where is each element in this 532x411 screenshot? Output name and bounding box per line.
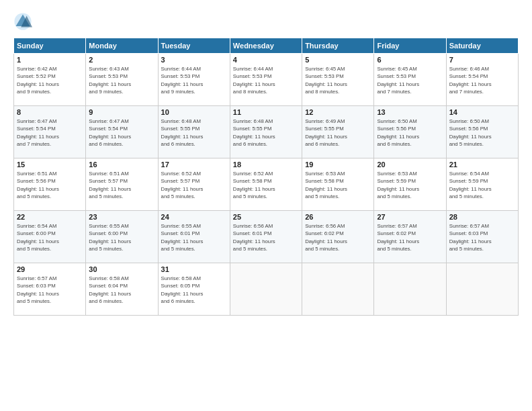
day-info: Sunrise: 6:48 AM Sunset: 5:55 PM Dayligh… (161, 118, 227, 148)
calendar-week-4: 22Sunrise: 6:54 AM Sunset: 6:00 PM Dayli… (14, 211, 519, 263)
day-info: Sunrise: 6:53 AM Sunset: 5:58 PM Dayligh… (305, 170, 371, 200)
calendar-cell (230, 263, 302, 316)
day-info: Sunrise: 6:47 AM Sunset: 5:54 PM Dayligh… (89, 118, 154, 148)
logo (13, 12, 35, 31)
logo-icon (13, 12, 32, 31)
page: SundayMondayTuesdayWednesdayThursdayFrid… (0, 0, 532, 411)
calendar-cell: 25Sunrise: 6:56 AM Sunset: 6:01 PM Dayli… (230, 211, 302, 263)
day-number: 5 (305, 56, 371, 64)
calendar-cell: 28Sunrise: 6:57 AM Sunset: 6:03 PM Dayli… (446, 211, 518, 263)
day-number: 6 (377, 56, 443, 64)
day-info: Sunrise: 6:52 AM Sunset: 5:57 PM Dayligh… (161, 170, 227, 200)
calendar-header-monday: Monday (86, 38, 158, 54)
calendar-cell: 31Sunrise: 6:58 AM Sunset: 6:05 PM Dayli… (158, 263, 230, 316)
header (13, 12, 519, 31)
day-number: 8 (17, 108, 83, 116)
calendar-cell (374, 263, 446, 316)
calendar-cell: 18Sunrise: 6:52 AM Sunset: 5:58 PM Dayli… (230, 158, 302, 211)
day-info: Sunrise: 6:57 AM Sunset: 6:02 PM Dayligh… (377, 222, 443, 253)
day-number: 10 (161, 108, 227, 116)
day-number: 15 (17, 161, 83, 169)
calendar-cell: 23Sunrise: 6:55 AM Sunset: 6:00 PM Dayli… (86, 211, 158, 263)
calendar-cell: 8Sunrise: 6:47 AM Sunset: 5:54 PM Daylig… (14, 106, 86, 158)
day-number: 19 (305, 161, 371, 169)
calendar-cell: 3Sunrise: 6:44 AM Sunset: 5:53 PM Daylig… (158, 54, 230, 106)
day-number: 18 (233, 161, 299, 169)
day-info: Sunrise: 6:51 AM Sunset: 5:57 PM Dayligh… (89, 170, 154, 200)
day-number: 20 (377, 161, 443, 169)
calendar-table: SundayMondayTuesdayWednesdayThursdayFrid… (13, 38, 519, 316)
day-number: 30 (89, 265, 154, 273)
calendar-cell: 5Sunrise: 6:45 AM Sunset: 5:53 PM Daylig… (302, 54, 374, 106)
calendar-cell: 10Sunrise: 6:48 AM Sunset: 5:55 PM Dayli… (158, 106, 230, 158)
day-info: Sunrise: 6:54 AM Sunset: 6:00 PM Dayligh… (17, 222, 83, 253)
calendar-cell: 1Sunrise: 6:42 AM Sunset: 5:52 PM Daylig… (14, 54, 86, 106)
day-number: 21 (449, 161, 515, 169)
day-info: Sunrise: 6:57 AM Sunset: 6:03 PM Dayligh… (449, 222, 515, 253)
day-number: 2 (89, 56, 154, 64)
calendar-cell: 24Sunrise: 6:55 AM Sunset: 6:01 PM Dayli… (158, 211, 230, 263)
day-number: 4 (233, 56, 299, 64)
day-number: 11 (233, 108, 299, 116)
day-number: 1 (17, 56, 83, 64)
day-info: Sunrise: 6:55 AM Sunset: 6:00 PM Dayligh… (89, 222, 154, 253)
day-info: Sunrise: 6:53 AM Sunset: 5:59 PM Dayligh… (377, 170, 443, 200)
calendar-cell: 11Sunrise: 6:48 AM Sunset: 5:55 PM Dayli… (230, 106, 302, 158)
calendar-cell (446, 263, 518, 316)
day-number: 27 (377, 213, 443, 221)
day-number: 25 (233, 213, 299, 221)
calendar-header-tuesday: Tuesday (158, 38, 230, 54)
day-info: Sunrise: 6:55 AM Sunset: 6:01 PM Dayligh… (161, 222, 227, 253)
calendar-header-thursday: Thursday (302, 38, 374, 54)
calendar-header-sunday: Sunday (14, 38, 86, 54)
day-info: Sunrise: 6:50 AM Sunset: 5:56 PM Dayligh… (449, 118, 515, 148)
calendar-cell: 30Sunrise: 6:58 AM Sunset: 6:04 PM Dayli… (86, 263, 158, 316)
day-number: 16 (89, 161, 154, 169)
day-number: 13 (377, 108, 443, 116)
calendar-cell: 6Sunrise: 6:45 AM Sunset: 5:53 PM Daylig… (374, 54, 446, 106)
calendar-week-1: 1Sunrise: 6:42 AM Sunset: 5:52 PM Daylig… (14, 54, 519, 106)
day-info: Sunrise: 6:56 AM Sunset: 6:02 PM Dayligh… (305, 222, 371, 253)
day-number: 12 (305, 108, 371, 116)
day-info: Sunrise: 6:44 AM Sunset: 5:53 PM Dayligh… (161, 65, 227, 95)
calendar-cell: 22Sunrise: 6:54 AM Sunset: 6:00 PM Dayli… (14, 211, 86, 263)
calendar-week-5: 29Sunrise: 6:57 AM Sunset: 6:03 PM Dayli… (14, 263, 519, 316)
day-number: 31 (161, 265, 227, 273)
calendar-cell: 17Sunrise: 6:52 AM Sunset: 5:57 PM Dayli… (158, 158, 230, 211)
calendar-cell: 9Sunrise: 6:47 AM Sunset: 5:54 PM Daylig… (86, 106, 158, 158)
calendar-cell: 27Sunrise: 6:57 AM Sunset: 6:02 PM Dayli… (374, 211, 446, 263)
day-info: Sunrise: 6:50 AM Sunset: 5:56 PM Dayligh… (377, 118, 443, 148)
calendar-header-friday: Friday (374, 38, 446, 54)
day-number: 17 (161, 161, 227, 169)
calendar-cell: 7Sunrise: 6:46 AM Sunset: 5:54 PM Daylig… (446, 54, 518, 106)
day-info: Sunrise: 6:58 AM Sunset: 6:05 PM Dayligh… (161, 275, 227, 305)
day-info: Sunrise: 6:48 AM Sunset: 5:55 PM Dayligh… (233, 118, 299, 148)
calendar-cell: 19Sunrise: 6:53 AM Sunset: 5:58 PM Dayli… (302, 158, 374, 211)
day-number: 26 (305, 213, 371, 221)
day-info: Sunrise: 6:43 AM Sunset: 5:53 PM Dayligh… (89, 65, 154, 95)
calendar-header-row: SundayMondayTuesdayWednesdayThursdayFrid… (14, 38, 519, 54)
day-number: 7 (449, 56, 515, 64)
day-number: 28 (449, 213, 515, 221)
day-number: 14 (449, 108, 515, 116)
day-info: Sunrise: 6:56 AM Sunset: 6:01 PM Dayligh… (233, 222, 299, 253)
day-number: 23 (89, 213, 154, 221)
day-info: Sunrise: 6:47 AM Sunset: 5:54 PM Dayligh… (17, 118, 83, 148)
calendar-cell: 20Sunrise: 6:53 AM Sunset: 5:59 PM Dayli… (374, 158, 446, 211)
day-number: 9 (89, 108, 154, 116)
calendar-cell: 16Sunrise: 6:51 AM Sunset: 5:57 PM Dayli… (86, 158, 158, 211)
day-number: 29 (17, 265, 83, 273)
calendar-week-2: 8Sunrise: 6:47 AM Sunset: 5:54 PM Daylig… (14, 106, 519, 158)
day-number: 24 (161, 213, 227, 221)
day-number: 3 (161, 56, 227, 64)
day-info: Sunrise: 6:44 AM Sunset: 5:53 PM Dayligh… (233, 65, 299, 95)
calendar-cell: 21Sunrise: 6:54 AM Sunset: 5:59 PM Dayli… (446, 158, 518, 211)
day-info: Sunrise: 6:51 AM Sunset: 5:56 PM Dayligh… (17, 170, 83, 200)
calendar-cell: 15Sunrise: 6:51 AM Sunset: 5:56 PM Dayli… (14, 158, 86, 211)
calendar-cell: 4Sunrise: 6:44 AM Sunset: 5:53 PM Daylig… (230, 54, 302, 106)
calendar-header-saturday: Saturday (446, 38, 518, 54)
calendar-header-wednesday: Wednesday (230, 38, 302, 54)
day-info: Sunrise: 6:49 AM Sunset: 5:55 PM Dayligh… (305, 118, 371, 148)
day-info: Sunrise: 6:45 AM Sunset: 5:53 PM Dayligh… (305, 65, 371, 95)
day-info: Sunrise: 6:45 AM Sunset: 5:53 PM Dayligh… (377, 65, 443, 95)
